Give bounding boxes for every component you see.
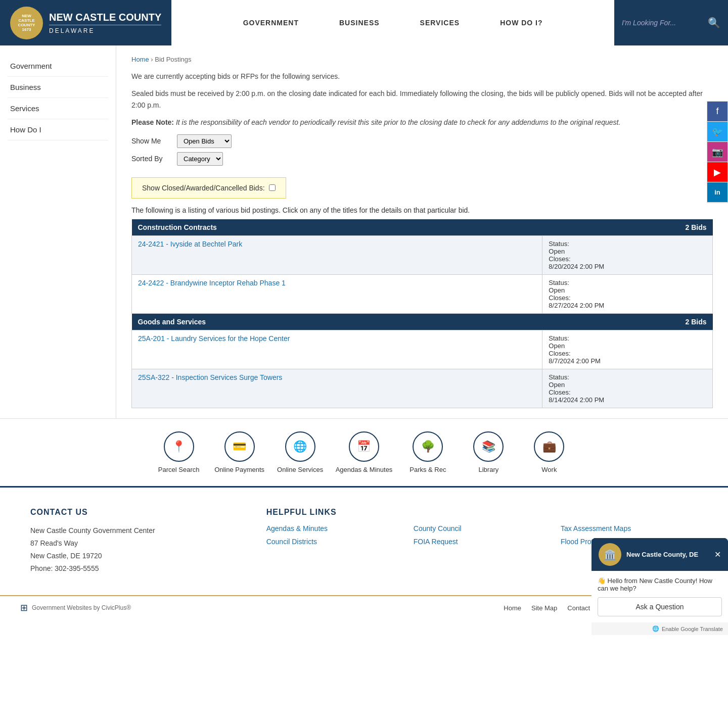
sidebar-item-business[interactable]: Business — [8, 77, 108, 98]
contact-title: CONTACT US — [30, 508, 246, 517]
library-icon: 📚 — [473, 431, 504, 462]
show-closed-checkbox[interactable] — [269, 184, 276, 191]
chat-header: 🏛️ New Castle County, DE ✕ — [592, 538, 728, 571]
footer-icon-online-services[interactable]: 🌐 Online Services — [275, 431, 326, 473]
chat-widget: 🏛️ New Castle County, DE ✕ 👋 Hello from … — [592, 538, 728, 619]
status-label: Status: Open — [549, 334, 706, 350]
work-label: Work — [541, 466, 557, 473]
sorted-by-label: Sorted By — [131, 155, 177, 163]
footer-icon-agendas[interactable]: 📅 Agendas & Minutes — [336, 431, 393, 473]
footer-icon-online-payments[interactable]: 💳 Online Payments — [214, 431, 265, 473]
contact-org: New Castle County Government Center — [30, 524, 246, 537]
youtube-icon[interactable]: ▶ — [707, 162, 727, 182]
helpful-links-title: HELPFUL LINKS — [266, 508, 698, 517]
show-closed-box: Show Closed/Awarded/Cancelled Bids: — [131, 177, 286, 199]
nav-government[interactable]: GOVERNMENT — [223, 19, 319, 27]
sidebar-item-services[interactable]: Services — [8, 98, 108, 119]
logo-text: NEW CASTLE COUNTY DELAWARE — [49, 12, 161, 34]
online-services-label: Online Services — [277, 466, 323, 473]
breadcrumb-current: Bid Postings — [155, 56, 191, 63]
bid-link-25a-201[interactable]: 25A-201 - Laundry Services for the Hope … — [138, 334, 290, 343]
nav-how-do-i[interactable]: HOW DO I? — [480, 19, 563, 27]
bid-status: Status: Open Closes: 8/7/2024 2:00 PM — [549, 334, 706, 365]
chat-body: 👋 Hello from New Castle County! How can … — [592, 571, 728, 619]
helpful-link-4[interactable]: FOIA Request — [414, 538, 551, 546]
sidebar-item-government[interactable]: Government — [8, 56, 108, 77]
logo-main-name: NEW CASTLE COUNTY — [49, 12, 161, 23]
contact-phone: Phone: 302-395-5555 — [30, 562, 246, 575]
intro-text-2: Sealed bids must be received by 2:00 p.m… — [131, 88, 713, 111]
twitter-icon[interactable]: 🐦 — [707, 122, 727, 142]
helpful-link-3[interactable]: Council Districts — [266, 538, 403, 546]
main-nav: GOVERNMENT BUSINESS SERVICES HOW DO I? — [171, 0, 614, 45]
logo-area: NEWCASTLECOUNTY1673 NEW CASTLE COUNTY DE… — [0, 0, 171, 45]
library-label: Library — [478, 466, 498, 473]
intro-text-1: We are currently accepting bids or RFPs … — [131, 71, 713, 82]
online-payments-label: Online Payments — [214, 466, 264, 473]
online-services-icon: 🌐 — [285, 431, 315, 462]
bid-title-cell: 25SA-322 - Inspection Services Surge Tow… — [132, 369, 542, 408]
show-closed-label: Show Closed/Awarded/Cancelled Bids: — [142, 184, 265, 192]
bid-link-24-2422[interactable]: 24-2422 - Brandywine Inceptor Rehab Phas… — [138, 279, 286, 287]
breadcrumb-home[interactable]: Home — [131, 56, 149, 63]
please-note-label: Please Note: — [131, 118, 174, 126]
footer-icon-parks[interactable]: 🌳 Parks & Rec — [402, 431, 453, 473]
show-me-select[interactable]: Open BidsClosed BidsAll Bids — [177, 134, 232, 148]
filter-show-me: Show Me Open BidsClosed BidsAll Bids — [131, 134, 713, 148]
status-label: Status: Open — [549, 373, 706, 389]
show-me-label: Show Me — [131, 137, 177, 145]
linkedin-icon[interactable]: in — [707, 182, 727, 203]
online-payments-icon: 💳 — [224, 431, 255, 462]
instagram-icon[interactable]: 📷 — [707, 142, 727, 162]
bid-row: 24-2422 - Brandywine Inceptor Rehab Phas… — [132, 274, 713, 313]
closes-label: Closes: 8/27/2024 2:00 PM — [549, 294, 706, 309]
nav-services[interactable]: SERVICES — [400, 19, 480, 27]
bid-row: 25A-201 - Laundry Services for the Hope … — [132, 330, 713, 369]
facebook-icon[interactable]: f — [707, 102, 727, 122]
footer-icons-section: 📍 Parcel Search 💳 Online Payments 🌐 Onli… — [0, 418, 728, 488]
closes-label: Closes: 8/20/2024 2:00 PM — [549, 255, 706, 270]
nav-business[interactable]: BUSINESS — [319, 19, 400, 27]
helpful-link-0[interactable]: Agendas & Minutes — [266, 524, 403, 533]
search-button[interactable]: 🔍 — [708, 17, 720, 29]
helpful-link-1[interactable]: County Council — [414, 524, 551, 533]
civicplus-credit: ⊞ Government Websites by CivicPlus® — [20, 602, 131, 613]
civicplus-text: Government Websites by CivicPlus® — [32, 604, 131, 611]
civicplus-icon: ⊞ — [20, 602, 28, 613]
bid-title-cell: 24-2421 - Ivyside at Bechtel Park — [132, 235, 542, 274]
chat-county-name: New Castle County, DE — [626, 551, 698, 558]
category-header-construction: Construction Contracts 2 Bids — [132, 219, 713, 236]
work-icon: 💼 — [534, 431, 564, 462]
sidebar-item-how-do-i[interactable]: How Do I — [8, 119, 108, 140]
search-input[interactable] — [622, 19, 708, 27]
category-name-goods: Goods and Services — [132, 313, 542, 330]
footer-icon-work[interactable]: 💼 Work — [524, 431, 574, 473]
sidebar: Government Business Services How Do I — [0, 45, 116, 418]
logo-emblem: NEWCASTLECOUNTY1673 — [10, 7, 43, 39]
site-header: NEWCASTLECOUNTY1673 NEW CASTLE COUNTY DE… — [0, 0, 728, 45]
content-area: Government Business Services How Do I Ho… — [0, 45, 728, 418]
parcel-search-label: Parcel Search — [158, 466, 200, 473]
bottom-link-home[interactable]: Home — [504, 604, 521, 612]
bid-row: 24-2421 - Ivyside at Bechtel Park Status… — [132, 235, 713, 274]
chat-close-button[interactable]: ✕ — [714, 550, 721, 559]
filter-sorted-by: Sorted By CategoryDateName — [131, 152, 713, 166]
bid-row: 25SA-322 - Inspection Services Surge Tow… — [132, 369, 713, 408]
sorted-by-select[interactable]: CategoryDateName — [177, 152, 223, 166]
parks-icon: 🌳 — [413, 431, 443, 462]
closes-label: Closes: 8/14/2024 2:00 PM — [549, 389, 706, 404]
contact-col: CONTACT US New Castle County Government … — [30, 508, 246, 575]
chat-greeting: 👋 Hello from New Castle County! How can … — [598, 577, 722, 592]
social-bar: f 🐦 📷 ▶ in — [707, 101, 728, 203]
logo-state: DELAWARE — [49, 25, 161, 34]
helpful-link-2[interactable]: Tax Assessment Maps — [561, 524, 698, 533]
bid-link-24-2421[interactable]: 24-2421 - Ivyside at Bechtel Park — [138, 240, 242, 248]
footer-icon-parcel-search[interactable]: 📍 Parcel Search — [154, 431, 204, 473]
status-label: Status: Open — [549, 279, 706, 294]
bottom-link-sitemap[interactable]: Site Map — [531, 604, 557, 612]
footer-icon-library[interactable]: 📚 Library — [463, 431, 514, 473]
parcel-search-icon: 📍 — [164, 431, 194, 462]
ask-a-question-button[interactable]: Ask a Question — [598, 597, 722, 616]
please-note-text: It is the responsibility of each vendor … — [176, 118, 620, 126]
bid-link-25sa-322[interactable]: 25SA-322 - Inspection Services Surge Tow… — [138, 373, 282, 381]
